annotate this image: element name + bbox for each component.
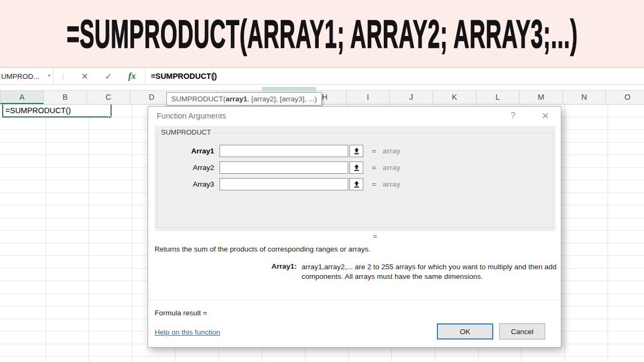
array3-result: array — [383, 180, 400, 188]
enter-entry-button[interactable]: ✓ — [97, 68, 120, 84]
array1-input[interactable] — [219, 145, 348, 157]
ok-button[interactable]: OK — [437, 323, 493, 339]
column-header-m[interactable]: M — [519, 91, 563, 104]
array3-input[interactable] — [219, 178, 348, 190]
question-mark-icon: ? — [511, 111, 516, 121]
fill-handle[interactable] — [108, 116, 111, 119]
array1-label: Array1 — [157, 147, 214, 155]
argument-help-line-1: array1,array2,... are 2 to 255 arrays fo… — [302, 262, 557, 272]
column-header-o[interactable]: O — [606, 91, 644, 104]
array2-range-picker-button[interactable] — [349, 161, 363, 174]
column-header-b[interactable]: B — [44, 91, 87, 104]
divider — [148, 300, 561, 300]
array2-input[interactable] — [219, 161, 348, 174]
grip-dots-icon: ⋮ — [54, 72, 73, 80]
checkmark-icon: ✓ — [105, 71, 112, 82]
arg-row-array3: Array3 = array — [157, 178, 553, 190]
array3-equals: = — [372, 180, 376, 188]
column-header-k[interactable]: K — [433, 91, 477, 104]
cancel-button[interactable]: Cancel — [499, 323, 545, 339]
arg-row-array1: Array1 = array — [157, 145, 553, 157]
result-equals: = — [373, 232, 377, 240]
up-arrow-from-bar-icon — [353, 147, 360, 154]
banner-title: =SUMPRODUCT(ARRAY1; ARRAY2; ARRAY3;...) — [67, 11, 578, 57]
function-description: Returns the sum of the products of corre… — [155, 245, 370, 253]
active-cell-text: =SUMPRODUCT() — [5, 106, 71, 115]
column-header-i[interactable]: I — [347, 91, 390, 104]
column-headers: A B C D E F G H I J K L M N O — [0, 90, 644, 105]
header-selection-highlight — [262, 87, 316, 92]
banner: =SUMPRODUCT(ARRAY1; ARRAY2; ARRAY3;...) — [0, 0, 644, 68]
column-header-l[interactable]: L — [477, 91, 520, 104]
column-header-c[interactable]: C — [87, 91, 130, 104]
up-arrow-from-bar-icon — [353, 164, 360, 171]
formula-result-label: Formula result = — [155, 309, 207, 317]
array1-range-picker-button[interactable] — [349, 145, 363, 157]
close-icon: ✕ — [541, 110, 549, 122]
x-icon: ✕ — [81, 71, 88, 82]
column-header-a[interactable]: A — [1, 91, 44, 104]
function-arguments-dialog: Function Arguments ? ✕ SUMPRODUCT Array1… — [148, 106, 561, 348]
chevron-down-icon[interactable]: ▾ — [48, 73, 50, 78]
array1-result: array — [383, 147, 400, 155]
up-arrow-from-bar-icon — [353, 181, 360, 188]
array1-equals: = — [372, 147, 376, 155]
tooltip-current-arg: array1 — [225, 95, 247, 103]
divider — [145, 68, 145, 84]
arg-row-array2: Array2 = array — [157, 161, 553, 174]
array3-label: Array3 — [157, 180, 214, 188]
dialog-help-button[interactable]: ? — [506, 109, 520, 123]
insert-function-button[interactable]: fx — [120, 68, 144, 84]
argument-help-name: Array1: — [148, 262, 297, 282]
dialog-title: Function Arguments — [157, 112, 226, 120]
formula-text-after-caret: ) — [214, 72, 217, 80]
array3-range-picker-button[interactable] — [349, 178, 363, 190]
name-box-value: UMPROD... — [0, 72, 39, 80]
tooltip-prefix: SUMPRODUCT( — [171, 95, 225, 103]
help-on-this-function-link[interactable]: Help on this function — [155, 328, 220, 336]
cancel-entry-button[interactable]: ✕ — [73, 68, 97, 84]
function-groupbox: SUMPRODUCT Array1 = array Array2 — [157, 132, 553, 228]
array2-label: Array2 — [157, 164, 214, 172]
arguments-panel: SUMPRODUCT Array1 = array Array2 — [155, 126, 555, 231]
function-autocomplete-tooltip: SUMPRODUCT( array1 , [array2], [array3],… — [166, 92, 322, 106]
argument-help: Array1: array1,array2,... are 2 to 255 a… — [148, 262, 561, 282]
function-name-label: SUMPRODUCT — [158, 128, 214, 136]
argument-help-text: array1,array2,... are 2 to 255 arrays fo… — [302, 262, 557, 282]
active-cell-a1[interactable]: =SUMPRODUCT() — [2, 104, 112, 117]
formula-text-before-caret: =SUMPRODUCT( — [151, 72, 214, 80]
array2-result: array — [383, 164, 400, 172]
tooltip-suffix: , [array2], [array3], ...) — [247, 95, 317, 103]
dialog-close-button[interactable]: ✕ — [538, 109, 552, 123]
column-header-j[interactable]: J — [390, 91, 433, 104]
argument-help-line-2: components. All arrays must have the sam… — [302, 272, 557, 282]
fx-icon: fx — [128, 71, 136, 82]
name-box[interactable]: UMPROD... ▾ — [0, 68, 54, 84]
formula-bar: UMPROD... ▾ ⋮ ✕ ✓ fx =SUMPRODUCT( ) — [0, 68, 644, 85]
formula-input[interactable]: =SUMPRODUCT( ) — [151, 68, 644, 84]
column-header-n[interactable]: N — [563, 91, 606, 104]
array2-equals: = — [372, 164, 376, 172]
